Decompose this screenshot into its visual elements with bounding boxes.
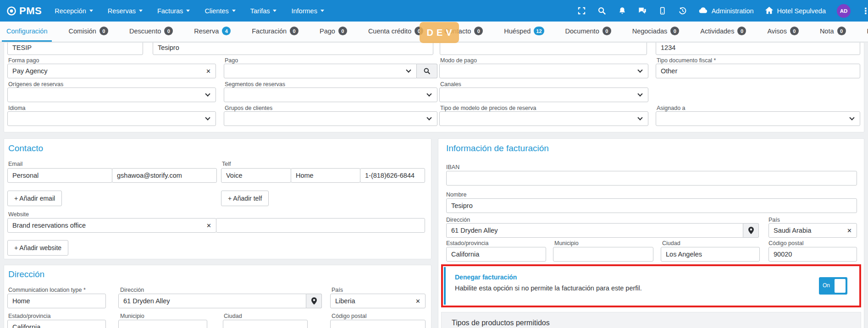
tab-descuento[interactable]: Descuento0 [125, 22, 177, 42]
billing-municipio-input[interactable] [553, 247, 653, 262]
tipo-documento-fiscal-input[interactable] [656, 64, 860, 78]
tipo-documento-fiscal-field[interactable] [656, 64, 860, 78]
forma-pago-input[interactable]: ✕ [7, 64, 216, 78]
iban-input[interactable] [446, 171, 857, 186]
billing-municipio-field[interactable] [553, 247, 653, 261]
menu-informes[interactable]: Informes [284, 0, 331, 22]
pago-select[interactable] [224, 64, 417, 78]
billing-ciudad-field[interactable] [661, 247, 759, 261]
clear-icon[interactable]: ✕ [847, 227, 852, 235]
tab-nota[interactable]: Nota0 [815, 22, 851, 42]
codigo-postal-field[interactable] [331, 320, 425, 328]
history-icon[interactable] [678, 6, 687, 16]
administration-menu[interactable]: Administration [698, 7, 754, 15]
website-input[interactable]: ✕ [7, 218, 216, 233]
mobile-device-icon[interactable] [658, 6, 667, 16]
municipio-input[interactable] [118, 320, 207, 328]
add-email-button[interactable]: + Añadir email [7, 191, 62, 206]
telf-type-input[interactable] [221, 168, 291, 183]
fiscal-number-input[interactable] [656, 42, 860, 55]
billing-codigo-input[interactable] [768, 247, 857, 262]
comm-location-type-input[interactable] [7, 294, 106, 308]
deny-billing-toggle[interactable]: On [819, 277, 847, 295]
tab-documento[interactable]: Documento0 [561, 22, 616, 42]
app-logo[interactable]: PMS [6, 5, 42, 17]
clear-icon[interactable]: ✕ [206, 222, 211, 230]
code-input[interactable] [7, 42, 143, 55]
website-url-input[interactable] [216, 218, 425, 233]
website-field[interactable] [8, 219, 216, 232]
nombre-input[interactable] [446, 198, 857, 213]
pais-input[interactable]: ✕ [330, 294, 426, 308]
billing-estado-field[interactable] [447, 247, 546, 261]
grupos-select[interactable] [224, 111, 437, 126]
hotel-selector[interactable]: Hotel Sepulveda [765, 6, 826, 16]
tab-cuenta-credito[interactable]: Cuenta crédito0 [364, 22, 428, 42]
modo-pago-select[interactable] [439, 64, 648, 78]
billing-pais-input[interactable]: ✕ [768, 223, 857, 238]
clear-icon[interactable]: ✕ [415, 297, 420, 305]
codigo-postal-input[interactable] [330, 320, 426, 328]
map-pin-button[interactable] [306, 294, 322, 308]
nombre-field[interactable] [447, 199, 857, 213]
estado-field[interactable] [8, 320, 105, 328]
tab-pago[interactable]: Pago0 [315, 22, 352, 42]
direccion-field[interactable] [119, 294, 306, 308]
email-value-field[interactable] [112, 169, 216, 182]
fiscal-number-field[interactable] [656, 42, 860, 55]
tab-huesped[interactable]: Huésped12 [499, 22, 548, 42]
chat-messages-icon[interactable] [638, 6, 647, 16]
empty-input[interactable] [440, 42, 647, 55]
asignado-select[interactable] [656, 111, 860, 126]
menu-reservas[interactable]: Reservas [100, 0, 150, 22]
code-input-field[interactable] [8, 42, 143, 55]
telf-type-field[interactable] [221, 169, 291, 182]
menu-clientes[interactable]: Clientes [197, 0, 243, 22]
pais-field[interactable] [331, 294, 425, 308]
tab-configuracion[interactable]: Configuración [2, 22, 52, 42]
telf-subtype-field[interactable] [291, 169, 360, 182]
menu-facturas[interactable]: Facturas [150, 0, 197, 22]
direccion-input[interactable] [118, 294, 306, 308]
clear-icon[interactable]: ✕ [206, 67, 211, 75]
tab-facturacion[interactable]: Facturación0 [247, 22, 303, 42]
billing-direccion-input[interactable] [446, 223, 743, 238]
estado-input[interactable] [7, 320, 106, 328]
billing-direccion-field[interactable] [447, 224, 743, 237]
empty-input-field[interactable] [440, 42, 647, 55]
iban-field[interactable] [447, 171, 857, 185]
billing-codigo-field[interactable] [769, 247, 857, 261]
map-pin-button[interactable] [743, 223, 759, 238]
notifications-bell-icon[interactable] [618, 6, 627, 16]
email-value-input[interactable] [112, 168, 217, 183]
menu-tarifas[interactable]: Tarifas [243, 0, 284, 22]
fullscreen-icon[interactable] [577, 6, 586, 16]
search-icon[interactable] [597, 6, 607, 16]
origenes-select[interactable] [7, 87, 216, 102]
canales-select[interactable] [439, 87, 648, 102]
telf-number-input[interactable] [360, 168, 425, 183]
segmentos-select[interactable] [224, 87, 437, 102]
tab-actividades[interactable]: Actividades0 [696, 22, 751, 42]
billing-pais-field[interactable] [769, 224, 857, 237]
user-avatar[interactable]: AD [837, 4, 851, 18]
menu-recepcion[interactable]: Recepción [47, 0, 100, 22]
tipo-modelo-select[interactable] [439, 111, 648, 126]
tab-relaciones[interactable]: Relaciones2 [862, 22, 868, 42]
telf-number-field[interactable] [360, 169, 425, 182]
tab-avisos[interactable]: Avisos0 [763, 22, 803, 42]
idioma-select[interactable] [7, 111, 216, 126]
name-input-field[interactable] [153, 42, 433, 55]
more-options-icon[interactable]: ⋮ [862, 6, 866, 16]
add-telf-button[interactable]: + Añadir telf [221, 191, 269, 206]
tab-comision[interactable]: Comisión0 [64, 22, 112, 42]
email-type-input[interactable] [7, 168, 112, 183]
tab-negociadas[interactable]: Negociadas0 [628, 22, 684, 42]
comm-location-type-field[interactable] [8, 294, 105, 308]
ciudad-input[interactable] [223, 320, 308, 328]
ciudad-field[interactable] [223, 320, 307, 328]
add-website-button[interactable]: + Añadir website [7, 240, 68, 256]
telf-subtype-input[interactable] [291, 168, 360, 183]
billing-ciudad-input[interactable] [661, 247, 760, 262]
website-url-field[interactable] [216, 219, 425, 232]
